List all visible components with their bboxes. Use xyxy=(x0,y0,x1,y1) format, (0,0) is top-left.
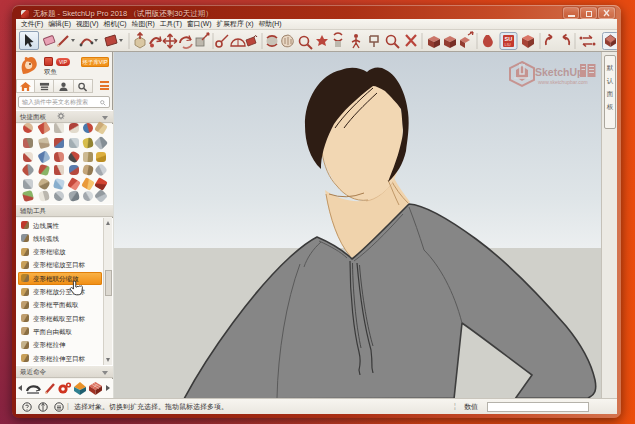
svg-text:LIU: LIU xyxy=(505,42,511,47)
svg-text:www.sketchupbar.com: www.sketchupbar.com xyxy=(538,79,588,85)
svg-text:SketchUp: SketchUp xyxy=(535,66,583,78)
